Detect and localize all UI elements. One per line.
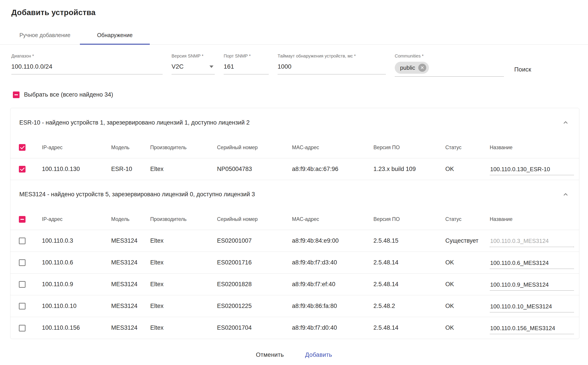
model-cell: MES3124 — [111, 274, 150, 295]
range-field: Диапазон * — [11, 54, 163, 74]
community-chip[interactable]: public × — [395, 62, 429, 74]
community-chip-label: public — [400, 64, 415, 71]
firmware-cell: 2.5.48.2 — [373, 295, 445, 317]
devices-table: IP-адрес Модель Производитель Серийный н… — [10, 209, 579, 339]
row-checkbox[interactable] — [19, 281, 26, 288]
table-row: 100.110.0.9 MES3124 Eltex ES02001828 a8:… — [10, 274, 579, 295]
ip-cell: 100.110.0.156 — [42, 317, 111, 339]
device-group-esr10: ESR-10 - найдено устройств 1, зарезервир… — [10, 108, 579, 180]
model-cell: MES3124 — [111, 230, 150, 252]
table-row: 100.110.0.130 ESR-10 Eltex NP05004783 a8… — [10, 158, 579, 180]
range-label: Диапазон * — [11, 54, 163, 59]
model-cell: MES3124 — [111, 295, 150, 317]
column-header-model: Модель — [111, 137, 150, 158]
range-input[interactable] — [11, 62, 163, 74]
row-checkbox[interactable] — [19, 238, 26, 244]
collapse-chevron-icon[interactable] — [562, 119, 569, 126]
cancel-button[interactable]: Отменить — [252, 348, 287, 361]
collapse-chevron-icon[interactable] — [562, 191, 569, 198]
serial-cell: NP05004783 — [217, 158, 292, 180]
device-name-input[interactable] — [490, 166, 574, 175]
timeout-label: Таймаут обнаружения устройств, мс * — [278, 54, 386, 59]
firmware-cell: 2.5.48.14 — [373, 274, 445, 295]
tab-discovery[interactable]: Обнаружение — [80, 26, 150, 44]
tab-manual-add[interactable]: Ручное добавление — [10, 26, 80, 44]
group-header-text: ESR-10 - найдено устройств 1, зарезервир… — [19, 119, 250, 126]
column-header-status: Статус — [445, 209, 490, 230]
select-all-row: Выбрать все (всего найдено 34) — [13, 91, 588, 98]
device-name-input[interactable] — [490, 303, 574, 312]
group-header-text: MES3124 - найдено устройств 5, зарезерви… — [19, 191, 255, 198]
mac-cell: a8:f9:4b:84:e9:00 — [292, 230, 373, 252]
device-name-input[interactable] — [490, 325, 574, 334]
snmp-port-input[interactable] — [224, 62, 269, 74]
communities-input[interactable]: public × — [395, 62, 504, 77]
dropdown-arrow-icon — [209, 65, 213, 68]
firmware-cell: 1.23.x build 109 — [373, 158, 445, 180]
status-cell: OK — [445, 158, 490, 180]
vendor-cell: Eltex — [150, 252, 217, 274]
firmware-cell: 2.5.48.14 — [373, 252, 445, 274]
column-header-ip: IP-адрес — [42, 137, 111, 158]
row-checkbox[interactable] — [19, 325, 26, 331]
select-all-label: Выбрать все (всего найдено 34) — [24, 91, 113, 98]
table-row: 100.110.0.156 MES3124 Eltex ES02001704 a… — [10, 317, 579, 339]
row-checkbox[interactable] — [19, 259, 26, 266]
dialog-actions: Отменить Добавить — [0, 348, 588, 361]
table-row: 100.110.0.6 MES3124 Eltex ES02001716 a8:… — [10, 252, 579, 274]
ip-cell: 100.110.0.130 — [42, 158, 111, 180]
status-cell: OK — [445, 274, 490, 295]
snmp-version-field: Версия SNMP * V2C — [171, 54, 215, 74]
device-name-input[interactable] — [490, 260, 574, 269]
mac-cell: a8:f9:4b:86:fa:80 — [292, 295, 373, 317]
table-header-row: IP-адрес Модель Производитель Серийный н… — [10, 137, 579, 158]
discovery-form: Диапазон * Версия SNMP * V2C Порт SNMP *… — [11, 54, 588, 77]
column-header-serial: Серийный номер — [217, 137, 292, 158]
serial-cell: ES02001704 — [217, 317, 292, 339]
column-header-name: Название — [490, 137, 579, 158]
vendor-cell: Eltex — [150, 295, 217, 317]
model-cell: MES3124 — [111, 252, 150, 274]
firmware-cell: 2.5.48.15 — [373, 230, 445, 252]
column-header-mac: MAC-адрес — [292, 209, 373, 230]
group-select-checkbox[interactable] — [19, 144, 26, 151]
status-cell: OK — [445, 317, 490, 339]
ip-cell: 100.110.0.3 — [42, 230, 111, 252]
timeout-field: Таймаут обнаружения устройств, мс * — [278, 54, 386, 74]
search-button[interactable]: Поиск — [513, 66, 533, 73]
firmware-cell: 2.5.48.14 — [373, 317, 445, 339]
column-header-status: Статус — [445, 137, 490, 158]
row-checkbox[interactable] — [19, 166, 26, 173]
model-cell: MES3124 — [111, 317, 150, 339]
mac-cell: a8:f9:4b:ac:67:96 — [292, 158, 373, 180]
timeout-input[interactable] — [278, 62, 386, 74]
group-header: MES3124 - найдено устройств 5, зарезерви… — [10, 180, 579, 209]
column-header-vendor: Производитель — [150, 137, 217, 158]
serial-cell: ES02001007 — [217, 230, 292, 252]
ip-cell: 100.110.0.6 — [42, 252, 111, 274]
chip-remove-icon[interactable]: × — [418, 64, 426, 72]
group-header: ESR-10 - найдено устройств 1, зарезервир… — [10, 108, 579, 137]
snmp-version-select[interactable]: V2C — [171, 62, 215, 74]
communities-label: Communities * — [395, 54, 504, 59]
group-select-checkbox[interactable] — [19, 216, 26, 223]
model-cell: ESR-10 — [111, 158, 150, 180]
status-cell: OK — [445, 295, 490, 317]
column-header-mac: MAC-адрес — [292, 137, 373, 158]
vendor-cell: Eltex — [150, 230, 217, 252]
column-header-vendor: Производитель — [150, 209, 217, 230]
snmp-port-label: Порт SNMP * — [224, 54, 269, 59]
device-name-input[interactable] — [490, 281, 574, 291]
vendor-cell: Eltex — [150, 274, 217, 295]
select-all-checkbox[interactable] — [13, 91, 20, 98]
column-header-model: Модель — [111, 209, 150, 230]
row-checkbox[interactable] — [19, 303, 26, 309]
devices-table: IP-адрес Модель Производитель Серийный н… — [10, 137, 579, 180]
ip-cell: 100.110.0.9 — [42, 274, 111, 295]
table-header-row: IP-адрес Модель Производитель Серийный н… — [10, 209, 579, 230]
table-row: 100.110.0.10 MES3124 Eltex ES02001225 a8… — [10, 295, 579, 317]
add-button[interactable]: Добавить — [301, 348, 336, 361]
device-name-input — [490, 238, 574, 247]
serial-cell: ES02001716 — [217, 252, 292, 274]
status-cell: Существует — [445, 230, 490, 252]
